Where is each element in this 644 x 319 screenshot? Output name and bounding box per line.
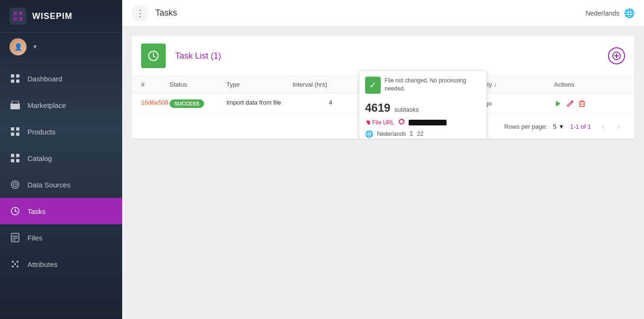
language-label: Nederlands [585, 9, 619, 17]
marketplace-icon [9, 99, 21, 111]
svg-rect-3 [19, 17, 23, 21]
progress-indicator [398, 118, 405, 126]
svg-rect-7 [16, 80, 19, 83]
popup-check-icon: ✓ [365, 77, 381, 94]
logo-icon [9, 8, 27, 25]
svg-rect-14 [16, 154, 19, 157]
sidebar-item-attributes[interactable]: Attributes [0, 251, 122, 277]
svg-rect-16 [16, 159, 19, 162]
user-dropdown-arrow: ▼ [32, 44, 38, 50]
play-button[interactable] [554, 100, 562, 107]
next-page-button[interactable]: › [612, 120, 625, 133]
svg-rect-9 [11, 127, 14, 131]
sidebar-label-marketplace: Marketplace [27, 101, 66, 109]
page-info: 1-1 of 1 [570, 123, 591, 130]
col-status: Status [170, 81, 226, 88]
svg-rect-13 [11, 154, 14, 157]
col-type: Type [226, 81, 293, 88]
sidebar-nav: Dashboard Marketplace [0, 62, 122, 319]
avatar: 👤 [9, 38, 27, 55]
footer-globe-icon: 🌐 [365, 130, 373, 138]
svg-point-23 [17, 261, 18, 263]
svg-rect-15 [11, 159, 14, 162]
task-card: Task List (1) # Status Type Interval (hr… [132, 36, 635, 139]
popup-message: File not changed. No processing needed. [385, 77, 481, 93]
sidebar-item-files[interactable]: Files [0, 224, 122, 251]
svg-point-26 [14, 263, 16, 265]
svg-rect-10 [16, 127, 19, 131]
subtasks-count: 4619 [365, 101, 390, 114]
files-icon [9, 232, 21, 243]
logo-area: WISEPIM [0, 0, 122, 33]
sidebar-item-marketplace[interactable]: Marketplace [0, 92, 122, 118]
sidebar-label-catalog: Catalog [27, 154, 52, 162]
svg-rect-6 [11, 80, 14, 83]
prev-page-button[interactable]: ‹ [597, 120, 610, 133]
sidebar-item-catalog[interactable]: Catalog [0, 145, 122, 171]
sidebar-label-files: Files [27, 234, 43, 242]
svg-rect-8 [10, 104, 20, 109]
subtasks-label: subtasks [394, 106, 419, 113]
data-sources-icon [9, 179, 21, 190]
svg-rect-2 [13, 17, 17, 21]
popup-footer: 🌐 Nederlands Σ 22 [365, 130, 481, 138]
sort-arrow-icon: ↓ [494, 81, 497, 88]
footer-language: Nederlands [377, 131, 406, 137]
menu-button[interactable]: ⋮ [132, 5, 149, 22]
col-interval: Interval (hrs) [293, 81, 368, 88]
svg-rect-21 [11, 233, 19, 242]
app-name: WISEPIM [32, 11, 72, 21]
globe-icon: 🌐 [624, 8, 635, 18]
task-type: Import data from file [226, 99, 293, 106]
rows-per-page-label: Rows per page: [504, 123, 547, 130]
sidebar-item-tasks[interactable]: Tasks [0, 198, 122, 224]
edit-button[interactable] [566, 100, 574, 107]
col-actions: Actions [554, 81, 625, 88]
dashboard-icon [9, 73, 21, 84]
add-task-button[interactable] [608, 47, 625, 64]
delete-button[interactable] [579, 100, 585, 107]
svg-rect-12 [16, 133, 19, 136]
content-area: Task List (1) # Status Type Interval (hr… [122, 27, 644, 319]
svg-rect-5 [16, 74, 19, 78]
table-row: 16d6e508 SUCCESS Import data from file 4… [132, 93, 635, 114]
sidebar-label-tasks: Tasks [27, 207, 45, 215]
user-profile[interactable]: 👤 ▼ [0, 33, 122, 62]
svg-point-25 [17, 266, 18, 267]
info-popup: ✓ File not changed. No processing needed… [359, 71, 487, 139]
status-badge: SUCCESS [170, 99, 204, 108]
status-badge-cell: SUCCESS [170, 99, 226, 108]
svg-point-22 [12, 261, 14, 263]
page-size-select[interactable]: 5 ▼ [553, 123, 564, 130]
catalog-icon [9, 152, 21, 164]
col-number: # [141, 81, 170, 88]
task-list-title: Task List (1) [175, 51, 608, 61]
sigma-symbol: Σ [410, 131, 413, 137]
actions-cell [554, 100, 625, 107]
popup-meta: File URL [365, 118, 481, 126]
sidebar-label-attributes: Attributes [27, 260, 57, 268]
svg-rect-0 [13, 11, 17, 15]
topbar: ⋮ Tasks Nederlands 🌐 [122, 0, 644, 27]
task-interval: 4 [293, 99, 368, 106]
products-icon [9, 126, 21, 137]
sidebar-label-products: Products [27, 128, 55, 136]
sigma-value: 22 [417, 131, 423, 137]
attributes-icon [9, 258, 21, 270]
sidebar-item-data-sources[interactable]: Data Sources [0, 171, 122, 198]
task-id: 16d6e508 [141, 99, 170, 106]
page-navigation: ‹ › [597, 120, 625, 133]
svg-marker-30 [556, 101, 561, 106]
svg-point-24 [12, 266, 14, 267]
sidebar-item-products[interactable]: Products [0, 118, 122, 145]
rows-per-page-text: Rows per page: [504, 123, 547, 130]
tasks-icon [9, 205, 21, 217]
svg-rect-1 [19, 11, 23, 15]
page-size-arrow: ▼ [558, 123, 564, 130]
avatar-image: 👤 [9, 38, 27, 55]
svg-point-19 [15, 184, 16, 185]
page-title: Tasks [155, 8, 585, 18]
file-url-link[interactable]: File URL [365, 119, 394, 126]
sidebar-item-dashboard[interactable]: Dashboard [0, 65, 122, 92]
sidebar: WISEPIM 👤 ▼ Dashboard [0, 0, 122, 319]
